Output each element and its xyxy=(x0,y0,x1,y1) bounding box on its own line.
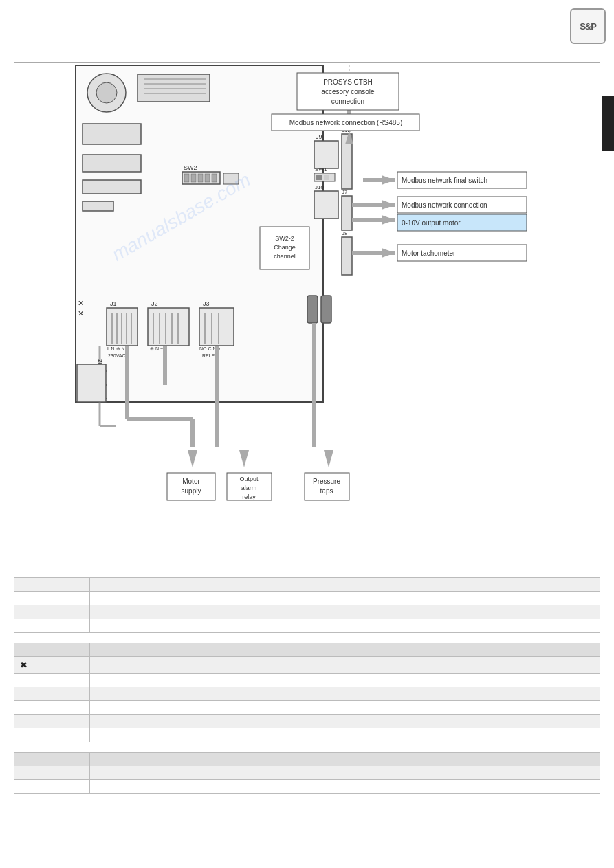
svg-text:✕: ✕ xyxy=(78,299,84,307)
svg-rect-64 xyxy=(307,296,318,323)
svg-text:connection: connection xyxy=(331,98,364,105)
table-row: ✖ xyxy=(14,657,600,674)
svg-text:Modbus network connection (RS4: Modbus network connection (RS485) xyxy=(289,119,403,126)
svg-rect-99 xyxy=(397,214,527,231)
svg-rect-60 xyxy=(342,196,352,230)
svg-rect-11 xyxy=(83,201,113,211)
table-row xyxy=(14,766,600,780)
svg-rect-16 xyxy=(191,174,196,182)
svg-rect-54 xyxy=(316,175,322,180)
table-row xyxy=(14,592,600,605)
table-row xyxy=(14,780,600,794)
svg-text:supply: supply xyxy=(182,487,201,495)
svg-rect-3 xyxy=(138,74,210,102)
svg-marker-76 xyxy=(382,248,395,258)
bottom-section: ✖ xyxy=(14,577,600,803)
svg-marker-74 xyxy=(382,215,395,225)
svg-rect-0 xyxy=(76,65,323,402)
svg-rect-17 xyxy=(198,174,203,182)
table-row xyxy=(14,687,600,701)
svg-rect-101 xyxy=(397,245,527,261)
table-1 xyxy=(14,577,600,633)
svg-text:J3: J3 xyxy=(203,300,210,307)
svg-text:J10: J10 xyxy=(315,184,324,190)
svg-rect-18 xyxy=(205,174,210,182)
svg-marker-88 xyxy=(324,450,333,467)
table-header-row xyxy=(14,643,600,657)
svg-marker-86 xyxy=(239,450,249,467)
svg-text:230VAC: 230VAC xyxy=(108,353,126,358)
sp-logo: S&P xyxy=(570,8,606,44)
table-row xyxy=(14,701,600,715)
svg-rect-10 xyxy=(83,180,141,194)
svg-text:230V 50/60Hz: 230V 50/60Hz xyxy=(96,359,103,399)
svg-rect-26 xyxy=(107,308,138,346)
table-row xyxy=(14,715,600,728)
svg-marker-70 xyxy=(382,175,395,185)
table-row xyxy=(14,605,600,619)
svg-rect-8 xyxy=(83,124,141,144)
svg-text:Modbus network connection: Modbus network connection xyxy=(402,201,487,209)
svg-text:PROSYS CTBH: PROSYS CTBH xyxy=(323,78,373,86)
right-tab-marker xyxy=(602,96,614,151)
top-divider xyxy=(14,62,600,63)
svg-text:SW2: SW2 xyxy=(184,164,197,171)
svg-text:SW2-2: SW2-2 xyxy=(275,235,294,242)
svg-text:J9: J9 xyxy=(316,133,322,140)
svg-text:alarm: alarm xyxy=(241,485,257,491)
svg-rect-21 xyxy=(223,173,239,184)
svg-text:J1: J1 xyxy=(110,300,117,307)
table-row xyxy=(14,674,600,687)
svg-text:channel: channel xyxy=(274,253,296,260)
svg-text:Motor tachometer: Motor tachometer xyxy=(402,249,456,257)
table-row xyxy=(14,728,600,742)
svg-rect-35 xyxy=(148,308,189,346)
svg-text:0-10V output motor: 0-10V output motor xyxy=(402,219,461,227)
svg-rect-107 xyxy=(272,114,419,131)
svg-text:J12: J12 xyxy=(342,127,351,133)
svg-text:J7: J7 xyxy=(342,189,348,195)
svg-text:Motor: Motor xyxy=(182,478,200,485)
svg-text:Pressure: Pressure xyxy=(313,478,340,485)
svg-text:SW1: SW1 xyxy=(315,166,327,173)
svg-rect-97 xyxy=(397,197,527,213)
svg-rect-19 xyxy=(212,174,217,182)
svg-rect-65 xyxy=(321,296,331,323)
svg-rect-120 xyxy=(77,364,106,402)
table-row xyxy=(14,619,600,633)
svg-rect-109 xyxy=(167,473,215,500)
svg-rect-43 xyxy=(199,308,234,346)
svg-text:accesory console: accesory console xyxy=(321,88,375,96)
svg-rect-95 xyxy=(397,172,527,188)
svg-text:L: L xyxy=(81,368,85,375)
svg-rect-62 xyxy=(342,237,352,275)
logo-area: S&P xyxy=(570,8,606,44)
svg-rect-55 xyxy=(324,175,329,180)
table-row xyxy=(14,578,600,592)
svg-text:taps: taps xyxy=(320,487,333,495)
svg-text:NO C NO: NO C NO xyxy=(199,346,221,351)
svg-text:Change: Change xyxy=(274,244,296,251)
svg-rect-9 xyxy=(83,155,141,172)
svg-point-2 xyxy=(96,82,117,103)
svg-text:✕: ✕ xyxy=(78,309,84,318)
svg-rect-52 xyxy=(314,173,335,181)
diagram-svg: ✕ ✕ SW2 SW2-2 Change channel J1 L N ⊕ N … xyxy=(0,0,591,536)
watermark: manualsbase.com xyxy=(108,168,254,265)
cross-icon: ✖ xyxy=(20,660,28,670)
svg-text:J8: J8 xyxy=(342,230,348,236)
svg-text:Output: Output xyxy=(239,476,259,482)
table-2: ✖ xyxy=(14,643,600,742)
svg-marker-82 xyxy=(188,450,197,467)
svg-rect-56 xyxy=(342,134,352,189)
svg-marker-66 xyxy=(345,131,353,144)
svg-rect-50 xyxy=(314,141,338,168)
svg-rect-15 xyxy=(184,174,189,182)
svg-rect-112 xyxy=(227,473,272,500)
svg-rect-14 xyxy=(182,172,220,184)
svg-rect-58 xyxy=(314,191,338,219)
svg-marker-72 xyxy=(382,200,395,210)
logo-text: S&P xyxy=(580,21,596,32)
svg-text:Modbus network final switch: Modbus network final switch xyxy=(402,177,487,184)
svg-text:J2: J2 xyxy=(151,300,158,307)
